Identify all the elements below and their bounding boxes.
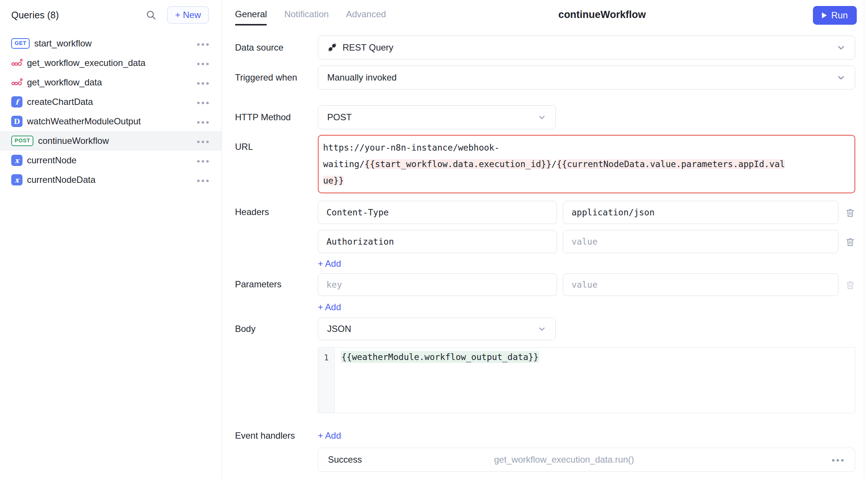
chevron-down-icon [537, 324, 546, 333]
chevron-down-icon [537, 113, 546, 122]
query-editor-app: Queries (8) + New GET start_workflow ●●● [0, 0, 868, 478]
query-name: get_workflow_data [27, 77, 102, 88]
body-type-select[interactable]: JSON [318, 318, 556, 340]
tab-notification[interactable]: Notification [284, 9, 329, 29]
query-menu-icon[interactable]: ●●● [197, 40, 210, 47]
header-key-input[interactable] [318, 230, 557, 253]
parameter-key-input[interactable] [318, 273, 557, 296]
search-icon[interactable] [145, 9, 157, 21]
url-line: ue}} [323, 172, 850, 189]
query-menu-icon[interactable]: ●●● [197, 138, 210, 144]
triggered-when-value: Manually invoked [327, 72, 397, 83]
run-label: Run [831, 10, 848, 21]
query-name: get_workflow_execution_data [27, 58, 145, 68]
query-name: currentNodeData [27, 175, 96, 185]
trash-icon[interactable] [845, 280, 855, 290]
header-row [318, 201, 855, 224]
tab-general[interactable]: General [235, 9, 267, 29]
event-handlers-header: + Add [318, 429, 855, 442]
header-key-input[interactable] [318, 201, 557, 224]
plug-icon [327, 42, 337, 52]
triggered-when-row: Triggered when Manually invoked [235, 66, 868, 90]
header-value-input[interactable] [563, 230, 838, 253]
run-button[interactable]: Run [813, 6, 857, 25]
chevron-down-icon [836, 43, 846, 52]
event-menu-icon[interactable]: ●●● [832, 457, 845, 463]
query-item-currentNode[interactable]: x currentNode ●●● [0, 151, 221, 170]
template-token: {{weatherModule.workflow_output_data}} [341, 351, 539, 363]
query-menu-icon[interactable]: ●●● [197, 79, 210, 86]
query-menu-icon[interactable]: ●●● [197, 157, 210, 164]
add-parameter-button[interactable]: + Add [318, 302, 341, 312]
template-token: {{start_workflow.data.execution_id}} [365, 159, 552, 169]
query-item-watchWeatherModuleOutput[interactable]: D watchWeatherModuleOutput ●●● [0, 112, 221, 131]
queries-title: Queries (8) [11, 10, 59, 21]
add-event-handler-button[interactable]: + Add [318, 430, 341, 441]
add-header-button[interactable]: + Add [318, 258, 341, 269]
http-method-select[interactable]: POST [318, 105, 556, 129]
query-menu-icon[interactable]: ●●● [197, 99, 210, 105]
query-name: currentNode [27, 155, 76, 166]
query-list: GET start_workflow ●●● get_workflow_exec… [0, 34, 221, 190]
event-handlers-row: Event handlers + Add Success get_workflo… [235, 429, 868, 472]
workflow-icon [11, 58, 22, 67]
variable-badge-icon: x [11, 174, 22, 185]
data-source-select[interactable]: REST Query [318, 36, 855, 60]
query-name: watchWeatherModuleOutput [27, 116, 141, 127]
event-handler-success-row[interactable]: Success get_workflow_execution_data.run(… [318, 448, 855, 472]
url-row: URL https://your-n8n-instance/webhook- w… [235, 135, 868, 193]
trash-icon[interactable] [845, 208, 855, 218]
play-icon [822, 12, 827, 18]
url-line: waiting/{{start_workflow.data.execution_… [323, 156, 850, 172]
http-method-value: POST [327, 112, 352, 122]
triggered-when-select[interactable]: Manually invoked [318, 66, 855, 90]
header-value-input[interactable] [563, 201, 838, 224]
function-badge-icon: f [11, 96, 22, 108]
http-method-row: HTTP Method POST [235, 105, 868, 129]
tab-advanced[interactable]: Advanced [346, 9, 386, 29]
query-name: start_workflow [34, 38, 91, 49]
parameters-row: Parameters + Add [235, 273, 868, 312]
variable-badge-icon: x [11, 155, 22, 166]
event-handlers-label: Event handlers [235, 429, 318, 472]
parameter-value-input[interactable] [563, 273, 838, 296]
data-source-label: Data source [235, 42, 318, 53]
data-badge-icon: D [11, 116, 22, 127]
query-item-get_workflow_data[interactable]: get_workflow_data ●●● [0, 73, 221, 92]
get-badge: GET [11, 38, 30, 48]
query-item-get_workflow_execution_data[interactable]: get_workflow_execution_data ●●● [0, 53, 221, 73]
query-item-currentNodeData[interactable]: x currentNodeData ●●● [0, 170, 221, 190]
editor-header: General Notification Advanced continueWo… [235, 0, 868, 35]
query-menu-icon[interactable]: ●●● [197, 118, 210, 125]
body-code-editor[interactable]: 1 {{weatherModule.workflow_output_data}} [318, 347, 855, 413]
query-item-createChartData[interactable]: f createChartData ●●● [0, 92, 221, 112]
headers-label: Headers [235, 201, 318, 269]
http-method-label: HTTP Method [235, 112, 318, 122]
query-name: createChartData [27, 97, 93, 107]
template-token: {{currentNodeData.value.parameters.appId… [557, 159, 785, 169]
editor-tabs: General Notification Advanced [235, 9, 386, 29]
body-type-value: JSON [327, 324, 351, 334]
query-menu-icon[interactable]: ●●● [197, 177, 210, 183]
query-editor-panel: General Notification Advanced continueWo… [222, 0, 868, 478]
trash-icon[interactable] [845, 237, 855, 247]
query-menu-icon[interactable]: ●●● [197, 60, 210, 66]
parameters-label: Parameters [235, 273, 318, 312]
body-row: Body JSON [235, 318, 868, 340]
scrollbar-track[interactable] [864, 0, 864, 478]
post-badge: POST [11, 136, 33, 146]
header-row [318, 230, 855, 253]
new-query-button[interactable]: + New [167, 6, 209, 24]
query-item-continueWorkflow[interactable]: POST continueWorkflow ●●● [0, 131, 221, 151]
workflow-icon [11, 78, 22, 87]
body-label: Body [235, 324, 318, 334]
url-input[interactable]: https://your-n8n-instance/webhook- waiti… [318, 135, 855, 193]
event-action: get_workflow_execution_data.run() [318, 454, 810, 465]
code-line[interactable]: {{weatherModule.workflow_output_data}} [335, 348, 855, 413]
url-line: https://your-n8n-instance/webhook- [323, 139, 850, 156]
query-title: continueWorkflow [558, 9, 646, 21]
body-editor-row: 1 {{weatherModule.workflow_output_data}} [235, 347, 868, 413]
chevron-down-icon [836, 73, 846, 82]
sidebar-header: Queries (8) + New [0, 5, 221, 25]
query-item-start_workflow[interactable]: GET start_workflow ●●● [0, 34, 221, 53]
